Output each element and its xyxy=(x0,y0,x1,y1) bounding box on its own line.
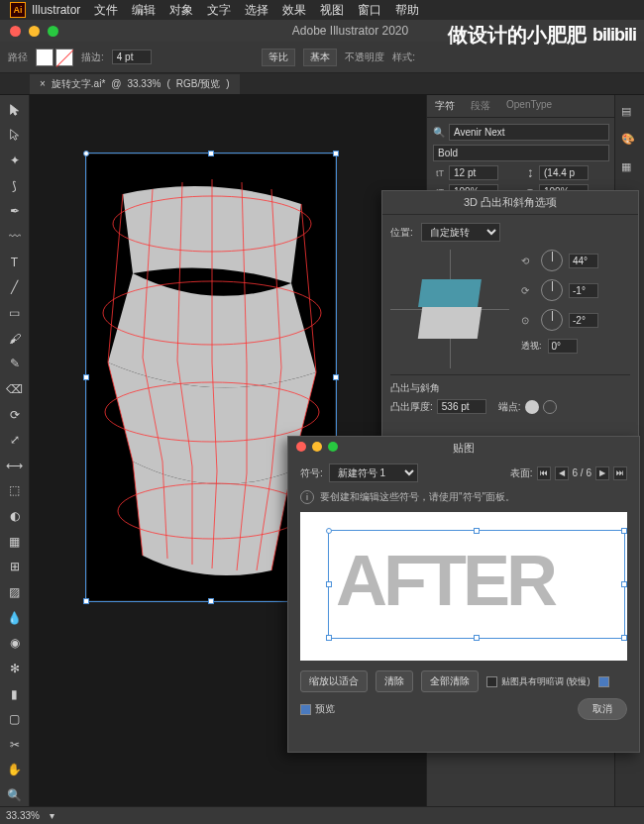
menu-file[interactable]: 文件 xyxy=(94,2,118,19)
tab-opentype[interactable]: OpenType xyxy=(498,95,560,117)
fill-stroke-swatches[interactable] xyxy=(36,49,73,66)
blend-tool[interactable]: ◉ xyxy=(4,632,26,654)
x-rotation-dial[interactable] xyxy=(541,250,563,271)
magic-wand-tool[interactable]: ✦ xyxy=(4,150,26,171)
invisible-geometry-checkbox[interactable] xyxy=(598,676,609,687)
properties-panel-icon[interactable]: ▤ xyxy=(621,105,639,123)
x-rotation-input[interactable] xyxy=(569,254,598,268)
z-rotation-dial[interactable] xyxy=(541,309,563,331)
artboard-tool[interactable]: ▢ xyxy=(4,708,26,730)
width-tool[interactable]: ⟷ xyxy=(4,455,26,476)
cap-on-icon[interactable] xyxy=(525,400,539,414)
slice-tool[interactable]: ✂ xyxy=(4,734,26,756)
preview-checkbox[interactable]: 预览 xyxy=(300,702,335,716)
color-panel-icon[interactable]: 🎨 xyxy=(621,133,639,151)
rectangle-tool[interactable]: ▭ xyxy=(4,302,26,324)
stroke-width-input[interactable] xyxy=(112,50,152,64)
cap-off-icon[interactable] xyxy=(543,400,557,414)
symbol-select[interactable]: 新建符号 1 xyxy=(329,464,418,482)
tab-paragraph[interactable]: 段落 xyxy=(463,95,498,117)
dialog-zoom-icon[interactable] xyxy=(328,442,338,452)
scale-to-fit-button[interactable]: 缩放以适合 xyxy=(300,670,368,692)
tab-character[interactable]: 字符 xyxy=(427,95,463,117)
line-tool[interactable]: ╱ xyxy=(4,276,26,298)
zoom-dropdown-icon[interactable]: ▾ xyxy=(50,810,54,821)
pen-tool[interactable]: ✒ xyxy=(4,201,26,223)
clear-button[interactable]: 清除 xyxy=(376,670,413,692)
prev-surface-button[interactable]: ◀ xyxy=(555,466,569,480)
paintbrush-tool[interactable]: 🖌 xyxy=(4,328,26,350)
cube-front-face xyxy=(418,307,482,339)
type-tool[interactable]: T xyxy=(4,252,26,273)
perspective-grid-tool[interactable]: ▦ xyxy=(4,531,26,553)
zoom-level[interactable]: 33.33% xyxy=(6,810,40,821)
stroke-swatch[interactable] xyxy=(55,49,73,66)
scale-tool[interactable]: ⤢ xyxy=(4,429,26,451)
menu-select[interactable]: 选择 xyxy=(245,2,268,19)
rotate-y-icon: ⟳ xyxy=(521,285,535,296)
font-size-input[interactable] xyxy=(449,165,498,180)
y-rotation-input[interactable] xyxy=(569,283,598,298)
curvature-tool[interactable]: 〰 xyxy=(4,226,26,248)
document-tab[interactable]: × 旋转文字.ai* @ 33.33% (RGB/预览) xyxy=(30,74,240,94)
shaper-tool[interactable]: ✎ xyxy=(4,353,26,374)
next-surface-button[interactable]: ▶ xyxy=(595,466,609,480)
eraser-tool[interactable]: ⌫ xyxy=(4,378,26,400)
eyedropper-tool[interactable]: 💧 xyxy=(4,607,26,629)
gradient-tool[interactable]: ▨ xyxy=(4,581,26,603)
z-rotation-input[interactable] xyxy=(569,313,598,328)
close-tab-icon[interactable]: × xyxy=(40,78,46,89)
app-menu[interactable]: Ai Illustrator xyxy=(10,2,80,18)
extrude-depth-input[interactable] xyxy=(437,399,486,414)
fill-swatch[interactable] xyxy=(36,49,54,66)
menu-object[interactable]: 对象 xyxy=(169,2,193,19)
leading-input[interactable] xyxy=(539,165,589,180)
symbol-bounding-box[interactable] xyxy=(328,530,625,639)
perspective-input[interactable] xyxy=(548,339,578,354)
shade-artwork-checkbox[interactable]: 贴图具有明暗调 (较慢) xyxy=(486,675,590,688)
direct-selection-tool[interactable] xyxy=(4,125,26,147)
app-name: Illustrator xyxy=(32,3,80,17)
minimize-window-icon[interactable] xyxy=(29,26,40,37)
surface-label: 表面: xyxy=(510,466,533,480)
menu-help[interactable]: 帮助 xyxy=(395,2,419,19)
font-weight-input[interactable] xyxy=(433,145,609,161)
mac-menubar: Ai Illustrator 文件 编辑 对象 文字 选择 效果 视图 窗口 帮… xyxy=(0,0,644,20)
symbol-label: 符号: xyxy=(300,466,323,480)
font-family-input[interactable] xyxy=(449,124,609,141)
dialog-close-icon[interactable] xyxy=(296,442,306,452)
menu-type[interactable]: 文字 xyxy=(207,2,231,19)
hand-tool[interactable]: ✋ xyxy=(4,760,26,781)
variable-width-profile[interactable]: 等比 xyxy=(262,49,295,66)
map-art-preview[interactable]: AFTER xyxy=(300,512,627,661)
document-name: 旋转文字.ai* xyxy=(52,77,105,91)
map-art-title: 贴图 xyxy=(288,441,639,456)
selection-tool[interactable] xyxy=(4,99,26,121)
rotation-track-cube[interactable] xyxy=(390,250,509,368)
path-label: 路径 xyxy=(8,51,28,64)
close-window-icon[interactable] xyxy=(10,26,21,37)
position-select[interactable]: 自定旋转 xyxy=(421,223,500,242)
menu-effect[interactable]: 效果 xyxy=(282,2,306,19)
zoom-window-icon[interactable] xyxy=(48,26,58,37)
swatches-panel-icon[interactable]: ▦ xyxy=(621,160,639,178)
rotate-tool[interactable]: ⟳ xyxy=(4,404,26,426)
mesh-tool[interactable]: ⊞ xyxy=(4,557,26,578)
dialog-minimize-icon[interactable] xyxy=(312,442,322,452)
lasso-tool[interactable]: ⟆ xyxy=(4,175,26,197)
menu-view[interactable]: 视图 xyxy=(320,2,344,19)
menu-window[interactable]: 窗口 xyxy=(358,2,381,19)
last-surface-button[interactable]: ⏭ xyxy=(613,466,627,480)
shape-builder-tool[interactable]: ◐ xyxy=(4,505,26,527)
clear-all-button[interactable]: 全部清除 xyxy=(421,670,479,692)
zoom-tool[interactable]: 🔍 xyxy=(4,784,26,806)
extrude-depth-label: 凸出厚度: xyxy=(390,400,433,414)
cancel-button[interactable]: 取消 xyxy=(578,698,627,720)
symbol-sprayer-tool[interactable]: ✻ xyxy=(4,658,26,679)
y-rotation-dial[interactable] xyxy=(541,279,563,301)
menu-edit[interactable]: 编辑 xyxy=(132,2,156,19)
brush-definition[interactable]: 基本 xyxy=(303,49,337,66)
free-transform-tool[interactable]: ⬚ xyxy=(4,480,26,502)
first-surface-button[interactable]: ⏮ xyxy=(537,466,551,480)
column-graph-tool[interactable]: ▮ xyxy=(4,683,26,705)
